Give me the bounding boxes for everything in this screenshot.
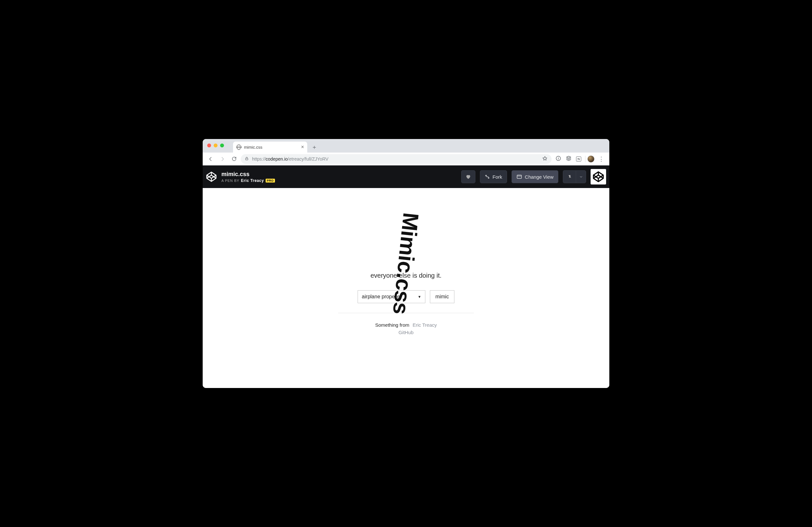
footer-prefix: Something from	[375, 322, 409, 328]
footer-author-link[interactable]: Eric Treacy	[413, 322, 437, 328]
minimize-window-button[interactable]	[214, 144, 218, 147]
star-icon[interactable]	[542, 156, 548, 162]
page-footer: Something from Eric Treacy GitHub	[338, 321, 474, 336]
pen-title-block: mimic.css A PEN BY Eric Treacy PRO	[221, 171, 275, 183]
buffer-icon[interactable]	[566, 155, 571, 163]
close-window-button[interactable]	[207, 144, 211, 147]
reload-button[interactable]	[229, 154, 239, 164]
address-bar[interactable]: https://codepen.io/etreacy/full/ZJYoRV	[241, 154, 552, 164]
browser-tab[interactable]: mimic.css ×	[233, 141, 307, 153]
profile-avatar[interactable]	[588, 155, 594, 163]
notion-icon[interactable]: N	[576, 156, 581, 162]
tab-strip: mimic.css × ＋	[203, 139, 609, 153]
pen-by-label: A PEN BY	[221, 179, 239, 183]
mimic-button[interactable]: mimic	[430, 290, 454, 303]
pro-badge: PRO	[266, 179, 275, 183]
window-controls	[207, 144, 224, 147]
fork-button[interactable]: Fork	[480, 170, 507, 183]
pen-title[interactable]: mimic.css	[221, 171, 275, 178]
globe-icon	[236, 145, 242, 150]
close-tab-button[interactable]: ×	[301, 145, 304, 150]
pen-output: Mimic.css everyone else is doing it. air…	[203, 188, 609, 388]
fork-label: Fork	[493, 174, 502, 180]
back-button[interactable]	[206, 154, 216, 164]
extension-icons: N	[553, 155, 583, 163]
browser-menu-button[interactable]: ⋮	[596, 154, 606, 164]
toolbar: https://codepen.io/etreacy/full/ZJYoRV N…	[203, 153, 609, 165]
pin-icon	[567, 175, 572, 179]
svg-rect-0	[246, 158, 248, 160]
tab-title: mimic.css	[244, 145, 262, 150]
change-view-button[interactable]: Change View	[511, 170, 558, 183]
fork-icon	[485, 174, 490, 179]
pin-dropdown-button[interactable]	[576, 170, 586, 183]
pen-author-link[interactable]: Eric Treacy	[241, 178, 264, 183]
view-icon	[517, 174, 522, 180]
url-text: https://codepen.io/etreacy/full/ZJYoRV	[252, 156, 329, 162]
codepen-logo-icon	[206, 171, 217, 182]
mimic-button-label: mimic	[435, 294, 449, 300]
pin-button-group	[563, 170, 586, 183]
change-view-label: Change View	[525, 174, 553, 180]
chevron-down-icon	[579, 175, 583, 179]
love-button[interactable]	[461, 170, 475, 183]
footer-github-link[interactable]: GitHub	[398, 330, 414, 335]
forward-button[interactable]	[218, 154, 227, 164]
codepen-header: mimic.css A PEN BY Eric Treacy PRO Fork …	[203, 165, 609, 188]
pin-button[interactable]	[563, 170, 576, 183]
info-icon[interactable]	[555, 155, 561, 163]
lock-icon	[245, 156, 249, 162]
svg-rect-2	[517, 175, 522, 179]
browser-window: mimic.css × ＋ https://codepen.io/etreacy…	[203, 139, 609, 388]
new-tab-button[interactable]: ＋	[310, 142, 319, 152]
maximize-window-button[interactable]	[220, 144, 224, 147]
codepen-logo-right[interactable]	[591, 169, 606, 184]
